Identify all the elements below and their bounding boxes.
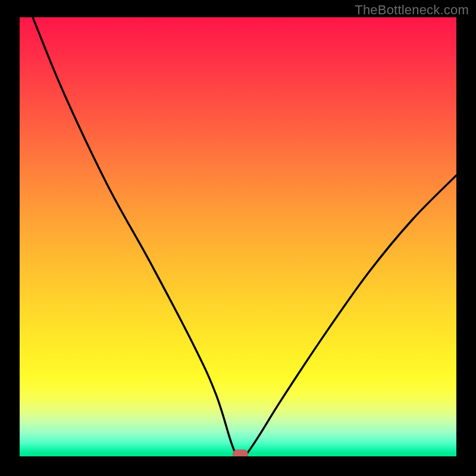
optimal-point-marker xyxy=(233,450,248,457)
watermark-text: TheBottleneck.com xyxy=(355,2,469,18)
bottleneck-curve xyxy=(20,17,456,456)
chart-frame: TheBottleneck.com xyxy=(0,0,476,476)
plot-area xyxy=(20,17,456,456)
